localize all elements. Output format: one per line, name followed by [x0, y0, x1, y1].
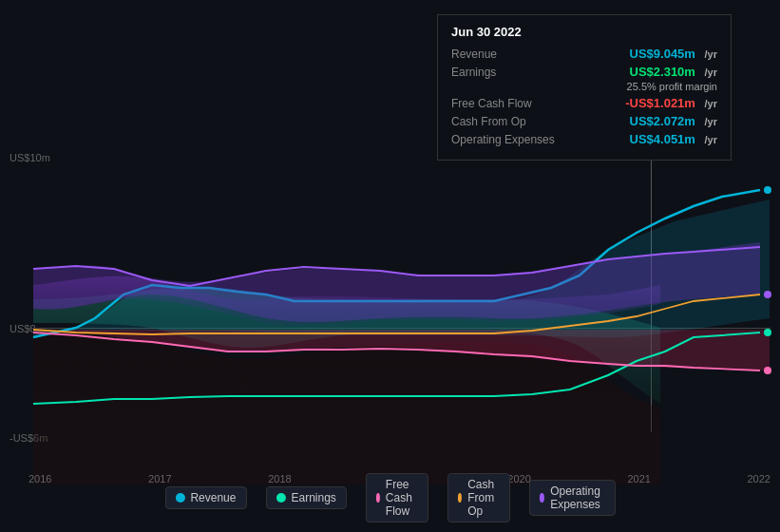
- x-label-2021: 2021: [627, 473, 650, 484]
- legend-earnings[interactable]: Earnings: [265, 486, 346, 509]
- revenue-end-dot: [764, 186, 771, 194]
- legend-dot-revenue: [175, 493, 184, 503]
- tooltip-value-fcf: -US$1.021m /yr: [625, 96, 717, 110]
- tooltip-value-cfo: US$2.072m /yr: [630, 114, 717, 128]
- opex-end-dot: [764, 291, 771, 298]
- earnings-end-dot: [764, 329, 771, 336]
- tooltip-value-opex: US$4.051m /yr: [630, 132, 717, 146]
- legend-dot-opex: [540, 493, 544, 503]
- tooltip-label-revenue: Revenue: [451, 48, 575, 61]
- tooltip-row-earnings: Earnings US$2.310m /yr: [451, 65, 717, 79]
- tooltip-row-fcf: Free Cash Flow -US$1.021m /yr: [451, 96, 717, 110]
- tooltip-row-revenue: Revenue US$9.045m /yr: [451, 47, 717, 61]
- legend-cfo[interactable]: Cash From Op: [447, 473, 510, 522]
- legend-fcf[interactable]: Free Cash Flow: [366, 473, 428, 522]
- legend-label-cfo: Cash From Op: [467, 478, 500, 518]
- legend-label-earnings: Earnings: [291, 491, 335, 504]
- tooltip-label-opex: Operating Expenses: [451, 133, 575, 146]
- tooltip-value-revenue: US$9.045m /yr: [630, 47, 717, 61]
- tooltip-date: Jun 30 2022: [451, 25, 717, 39]
- x-label-2022: 2022: [747, 473, 770, 484]
- tooltip-label-fcf: Free Cash Flow: [451, 97, 575, 110]
- chart-svg: [0, 147, 780, 484]
- legend-opex[interactable]: Operating Expenses: [529, 480, 616, 516]
- tooltip-row-opex: Operating Expenses US$4.051m /yr: [451, 132, 717, 146]
- tooltip-value-earnings: US$2.310m /yr: [630, 65, 717, 79]
- legend-dot-cfo: [458, 493, 462, 503]
- legend-label-opex: Operating Expenses: [550, 484, 604, 511]
- tooltip-row-cfo: Cash From Op US$2.072m /yr: [451, 114, 717, 128]
- x-label-2016: 2016: [29, 473, 51, 484]
- tooltip-label-earnings: Earnings: [451, 66, 575, 79]
- legend-revenue[interactable]: Revenue: [164, 486, 246, 509]
- chart-container: Jun 30 2022 Revenue US$9.045m /yr Earnin…: [0, 0, 780, 532]
- legend-dot-earnings: [276, 493, 285, 503]
- tooltip-box: Jun 30 2022 Revenue US$9.045m /yr Earnin…: [437, 14, 732, 161]
- profit-margin: 25.5% profit margin: [451, 81, 717, 92]
- legend-label-revenue: Revenue: [190, 491, 236, 504]
- legend-dot-fcf: [376, 493, 380, 503]
- fcf-end-dot: [764, 367, 771, 374]
- tooltip-label-cfo: Cash From Op: [451, 115, 575, 128]
- chart-legend: Revenue Earnings Free Cash Flow Cash Fro…: [164, 473, 615, 522]
- legend-label-fcf: Free Cash Flow: [386, 478, 418, 518]
